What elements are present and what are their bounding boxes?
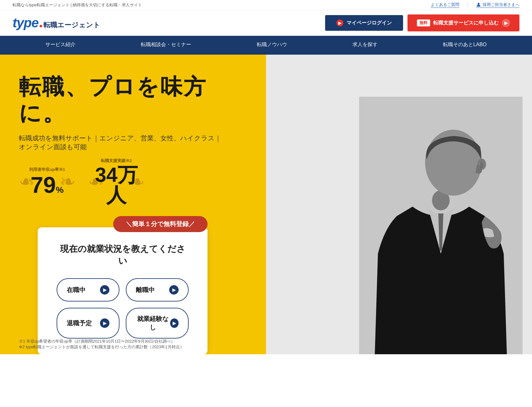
hero-person-image (359, 97, 523, 354)
hero-section: 転職、プロを味方に。 転職成功を無料サポート｜エンジニア、営業、女性、ハイクラス… (0, 55, 532, 354)
hero-footnotes: ※1 年収up希望者の年収up率（計測期間2021年10月1日〜2022年9月3… (19, 339, 184, 350)
arrow-right-circle2-icon: ▶ (169, 285, 179, 295)
svg-rect-5 (359, 97, 523, 354)
header-buttons: ▶ マイページログイン 無料 転職支援サービスに申し込む ▶ (325, 14, 519, 31)
main-nav: サービス紹介 転職相談会・セミナー 転職ノウハウ 求人を探す 転職そのあとLAB… (0, 36, 532, 55)
arrow-right-circle-icon: ▶ (100, 285, 109, 295)
arrow-right-circle3-icon: ▶ (100, 318, 109, 328)
stat1-wreath: ❧ ❧ 利用者年収up率※1 79 % (19, 163, 75, 200)
hero-stats: ❧ ❧ 利用者年収up率※1 79 % ❧ ❧ 転職支援実績※2 34万人 (19, 163, 226, 200)
top-tagline: 転職ならtype転職エージェント | 納得感を大切にする転職・求人サイト (13, 2, 142, 8)
status-employed-button[interactable]: 在職中 ▶ (57, 278, 119, 301)
mypage-button[interactable]: ▶ マイページログイン (325, 15, 403, 31)
status-leaving-button[interactable]: 退職予定 ▶ (57, 308, 119, 339)
nav-item-jobs[interactable]: 求人を探す (343, 36, 387, 55)
stat2: 転職支援実績※2 34万人 (88, 158, 145, 205)
logo: type 転職エージェント (13, 15, 100, 30)
nav-item-seminar[interactable]: 転職相談会・セミナー (131, 36, 201, 55)
arrow-circle-icon: ▶ (502, 19, 510, 27)
register-button[interactable]: 無料 転職支援サービスに申し込む ▶ (407, 14, 519, 31)
form-title: 現在の就業状況を教えてください (57, 243, 189, 267)
stat2-number: 34万人 (88, 165, 145, 205)
hero-subtitle: 転職成功を無料サポート｜エンジニア、営業、女性、ハイクラス｜オンライン面談も可能 (19, 134, 226, 151)
footnote2: ※2 type転職エージェントが面談を通して転職支援を行った方の累計数（2023… (19, 344, 184, 350)
registration-form-wrap: ＼簡単１分で無料登録／ 現在の就業状況を教えてください 在職中 ▶ 離職中 ▶ … (38, 216, 208, 354)
employment-status-buttons: 在職中 ▶ 離職中 ▶ 退職予定 ▶ 就業経験なし ▶ (57, 278, 189, 339)
hero-title: 転職、プロを味方に。 (19, 73, 226, 126)
person-icon (476, 2, 481, 7)
free-badge: 無料 (417, 19, 430, 26)
arrow-right-circle4-icon: ▶ (170, 318, 179, 328)
top-bar: 転職ならtype転職エージェント | 納得感を大切にする転職・求人サイト よくあ… (0, 0, 532, 10)
hero-content: 転職、プロを味方に。 転職成功を無料サポート｜エンジニア、営業、女性、ハイクラス… (0, 55, 245, 354)
header: type 転職エージェント ▶ マイページログイン 無料 転職支援サービスに申し… (0, 10, 532, 36)
stat1-label: 利用者年収up率※1 (29, 167, 65, 172)
logo-dot (40, 25, 42, 27)
stat1-unit: % (56, 185, 64, 195)
employer-link[interactable]: 採用ご担当者さまへ (476, 2, 519, 8)
arrow-right-icon: ▶ (336, 19, 343, 26)
stat2-label: 転職支援実績※2 (88, 158, 145, 164)
svg-point-0 (478, 3, 479, 5)
faq-link[interactable]: よくあるご質問 (431, 2, 459, 8)
footnote1: ※1 年収up希望者の年収up率（計測期間2021年10月1日〜2022年9月3… (19, 339, 184, 344)
nav-item-service[interactable]: サービス紹介 (36, 36, 85, 55)
divider: ｜ (466, 2, 470, 8)
top-bar-links: よくあるご質問 ｜ 採用ご担当者さまへ (431, 2, 519, 8)
form-badge: ＼簡単１分で無料登録／ (113, 216, 208, 232)
logo-type-text: type (13, 15, 38, 30)
nav-item-labo[interactable]: 転職そのあとLABO (434, 36, 496, 55)
stat1: 利用者年収up率※1 79 % (29, 167, 65, 196)
status-no-experience-button[interactable]: 就業経験なし ▶ (126, 308, 189, 339)
nav-item-knowhow[interactable]: 転職ノウハウ (247, 36, 296, 55)
status-unemployed-button[interactable]: 離職中 ▶ (126, 278, 189, 301)
stat2-wreath: ❧ ❧ 転職支援実績※2 34万人 (88, 163, 145, 200)
registration-form: 現在の就業状況を教えてください 在職中 ▶ 離職中 ▶ 退職予定 ▶ (38, 227, 208, 354)
stat1-number: 79 (31, 174, 56, 196)
logo-subtitle: 転職エージェント (43, 20, 100, 30)
